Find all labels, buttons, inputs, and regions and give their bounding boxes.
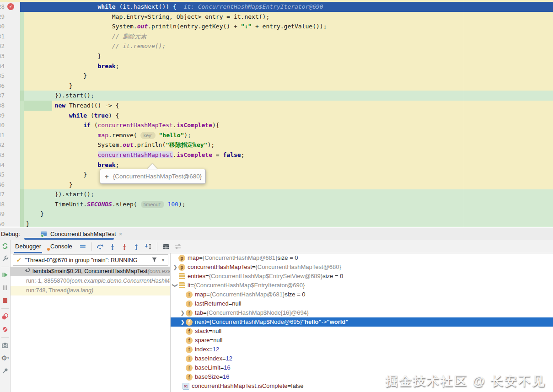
variable-row[interactable]: fmap = {ConcurrentHashMap@681} size = 0	[171, 290, 553, 299]
wrench-icon[interactable]	[0, 252, 10, 265]
gutter[interactable]: 45	[0, 170, 20, 180]
gutter[interactable]: 49	[0, 209, 20, 219]
variable-row[interactable]: pmap = {ConcurrentHashMap@681} size = 0	[171, 253, 553, 263]
gutter[interactable]: 37	[0, 91, 20, 101]
variable-row[interactable]: findex = 12	[171, 345, 553, 354]
expand-toggle-icon[interactable]: ❯	[179, 308, 186, 317]
code-line[interactable]: 40 if (concurrentHashMapTest.isComplete)…	[0, 120, 553, 130]
code-line[interactable]: 30 System.out.println(entry.getKey() + "…	[0, 21, 553, 32]
gutter[interactable]: 35	[0, 71, 20, 81]
stack-frame-row[interactable]: run:-1, 88558700 (com.example.demo.Concu…	[11, 276, 170, 286]
stack-frame-row[interactable]: run:748, Thread (java.lang)	[11, 286, 170, 295]
thread-selector[interactable]: ✔ "Thread-0"@670 in group "main": RUNNIN…	[13, 254, 168, 266]
chevron-down-icon[interactable]: ▾	[162, 258, 164, 263]
step-into-icon[interactable]	[107, 241, 118, 252]
code-line[interactable]: 28✔ while (it.hasNext()) { it: Concurren…	[0, 2, 553, 12]
code-editor[interactable]: 28✔ while (it.hasNext()) { it: Concurren…	[0, 0, 553, 227]
code-line[interactable]: 49 }	[0, 209, 553, 219]
pin-icon[interactable]	[0, 365, 10, 377]
code-line[interactable]: 47 }).start();	[0, 189, 553, 199]
code-line[interactable]: 32 // it.remove();	[0, 41, 553, 51]
close-icon[interactable]: ×	[119, 231, 123, 237]
variable-row[interactable]: ❯it = {ConcurrentHashMap$EntryIterator@6…	[171, 281, 553, 290]
code-line[interactable]: 33 }	[0, 51, 553, 61]
code-line[interactable]: 37 }).start();	[0, 91, 553, 101]
gutter[interactable]: 31	[0, 32, 20, 42]
variable-row[interactable]: fbaseIndex = 12	[171, 354, 553, 363]
evaluate-expression-icon[interactable]	[160, 241, 172, 252]
code-line[interactable]: 50}	[0, 219, 553, 227]
stack-frame-row[interactable]: lambda$main$0:28, ConcurrentHashMapTest …	[11, 267, 170, 276]
code-line[interactable]: 44 break;	[0, 160, 553, 170]
code-line[interactable]: 46 }	[0, 180, 553, 190]
gutter[interactable]: 43	[0, 150, 20, 160]
layout-settings-icon[interactable]	[172, 241, 184, 252]
variable-value: "hello"	[302, 317, 322, 327]
gutter[interactable]: 40	[0, 120, 20, 130]
gutter[interactable]: 41	[0, 130, 20, 140]
gutter[interactable]: 47	[0, 189, 20, 199]
resume-icon[interactable]	[0, 268, 10, 281]
code-line[interactable]: 36 }	[0, 81, 553, 91]
breakpoint-icon[interactable]: ✔	[7, 3, 14, 10]
code-line[interactable]: 45 }	[0, 170, 553, 180]
variable-row[interactable]: ❯ftab = {ConcurrentHashMap$Node[16]@694}	[171, 308, 553, 317]
tab-console[interactable]: Console	[46, 240, 77, 253]
variable-value: =	[219, 372, 223, 381]
pause-icon[interactable]	[0, 281, 10, 294]
code-text: concurrentHashMapTest.isComplete = false…	[24, 150, 553, 160]
code-line[interactable]: 39 while (true) {	[0, 111, 553, 121]
gutter[interactable]: 46	[0, 180, 20, 190]
code-line[interactable]: 29 Map.Entry<String, Object> entry = it.…	[0, 12, 553, 22]
force-step-into-icon[interactable]	[118, 241, 130, 252]
code-line[interactable]: 38 new Thread(() -> {	[0, 101, 553, 111]
gutter[interactable]: 28✔	[0, 2, 20, 12]
variable-value: {ConcurrentHashMap$Node@695}	[209, 317, 302, 327]
gutter[interactable]: 32	[0, 41, 20, 51]
settings-gear-icon[interactable]: ⚙▾	[0, 352, 10, 365]
code-line[interactable]: 48 TimeUnit.SECONDS.sleep( timeout: 100)…	[0, 199, 553, 209]
code-line[interactable]: 34 break;	[0, 61, 553, 71]
variable-row[interactable]: entries = {ConcurrentHashMap$EntrySetVie…	[171, 272, 553, 281]
gutter[interactable]: 42	[0, 140, 20, 150]
code-line[interactable]: 42 System.out.println("移除指定key");	[0, 140, 553, 150]
expand-toggle-icon[interactable]: ❯	[179, 317, 186, 327]
tooltip-expand-icon[interactable]: +	[105, 172, 109, 180]
gutter[interactable]: 44	[0, 160, 20, 170]
tab-debugger[interactable]: Debugger	[11, 240, 46, 253]
code-line[interactable]: 43 concurrentHashMapTest.isComplete = fa…	[0, 150, 553, 160]
variable-row[interactable]: ❯fnext = {ConcurrentHashMap$Node@695} "h…	[171, 317, 553, 327]
gutter[interactable]: 38	[0, 101, 20, 111]
gutter[interactable]: 30	[0, 21, 20, 32]
variable-row[interactable]: fspare = null	[171, 336, 553, 345]
run-to-cursor-icon[interactable]	[142, 241, 154, 252]
variable-row[interactable]: flastReturned = null	[171, 299, 553, 308]
gutter[interactable]: 33	[0, 51, 20, 61]
gutter[interactable]: 48	[0, 199, 20, 209]
field-icon: f	[186, 337, 193, 344]
stop-icon[interactable]	[0, 294, 10, 307]
mute-breakpoints-icon[interactable]	[0, 323, 10, 336]
view-breakpoints-icon[interactable]	[0, 310, 10, 323]
gutter[interactable]: 34	[0, 61, 20, 71]
expand-toggle-icon[interactable]: ❯	[172, 263, 178, 272]
thread-dump-camera-icon[interactable]	[0, 339, 10, 352]
gutter[interactable]: 50	[0, 219, 20, 227]
threads-view-icon[interactable]	[77, 241, 89, 252]
code-line[interactable]: 31 // 删除元素	[0, 32, 553, 42]
code-line[interactable]: 35 }	[0, 71, 553, 81]
collapse-toggle-icon[interactable]: ❯	[171, 282, 180, 289]
code-text: while (true) {	[24, 111, 553, 121]
gutter[interactable]: 36	[0, 81, 20, 91]
gutter[interactable]: 29	[0, 12, 20, 22]
gutter[interactable]: 39	[0, 111, 20, 121]
step-over-icon[interactable]	[95, 241, 107, 252]
filter-funnel-icon[interactable]	[151, 256, 157, 264]
variable-row[interactable]: ❯pconcurrentHashMapTest = {ConcurrentHas…	[171, 263, 553, 272]
code-line[interactable]: 41 map.remove( key: "hello");	[0, 130, 553, 140]
step-out-icon[interactable]	[130, 241, 142, 252]
variable-row[interactable]: fbaseLimit = 16	[171, 363, 553, 372]
variable-row[interactable]: fstack = null	[171, 327, 553, 336]
code-text: }	[24, 209, 553, 219]
rerun-icon[interactable]	[0, 240, 10, 252]
